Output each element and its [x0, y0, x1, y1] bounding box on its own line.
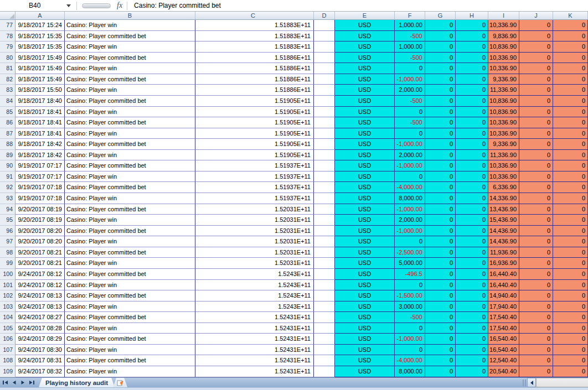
cell-zero-j[interactable]: 0: [519, 204, 553, 215]
cell-zero-h[interactable]: 0: [456, 215, 488, 226]
cell-currency[interactable]: USD: [335, 182, 395, 193]
cell-blank[interactable]: [314, 258, 335, 269]
cell-currency[interactable]: USD: [335, 290, 395, 301]
cell-blank[interactable]: [314, 31, 335, 42]
cell-blank[interactable]: [314, 63, 335, 74]
insert-worksheet-tab[interactable]: [113, 378, 127, 387]
cell-currency[interactable]: USD: [335, 355, 395, 366]
row-header[interactable]: 86: [0, 117, 16, 128]
cell-event[interactable]: Casino: Player win: [65, 41, 195, 53]
cell-zero-h[interactable]: 0: [456, 258, 488, 269]
cell-event[interactable]: Casino: Player committed bet: [65, 204, 195, 215]
column-header-I[interactable]: I: [488, 12, 519, 20]
row-header[interactable]: 88: [0, 139, 16, 150]
cell-zero-j[interactable]: 0: [519, 366, 553, 377]
cell-ref[interactable]: 1.51886E+11: [195, 85, 314, 96]
cell-zero-j[interactable]: 0: [519, 63, 553, 74]
cell-zero-g[interactable]: 0: [425, 150, 456, 161]
cell-zero-j[interactable]: 0: [519, 41, 553, 53]
cell-balance[interactable]: 16,540.40: [488, 345, 519, 356]
cell-amount[interactable]: -1,000.00: [395, 139, 425, 150]
cell-zero-g[interactable]: 0: [425, 290, 456, 301]
cell-zero-j[interactable]: 0: [519, 193, 553, 204]
cell-ref[interactable]: 1.5243E+11: [195, 269, 314, 280]
cell-event[interactable]: Casino: Player win: [65, 323, 195, 334]
sheet-tab-playing-history-audit[interactable]: Playing history audit: [39, 378, 115, 387]
cell-event[interactable]: Casino: Player committed bet: [65, 247, 195, 258]
cell-amount[interactable]: 8,000.00: [395, 366, 425, 377]
cell-blank[interactable]: [314, 96, 335, 107]
cell-balance[interactable]: 10,836.90: [488, 107, 519, 118]
cell-zero-g[interactable]: 0: [425, 139, 456, 150]
cell-date[interactable]: 9/18/2017 15:35: [16, 41, 65, 53]
cell-zero-g[interactable]: 0: [425, 171, 456, 183]
row-header[interactable]: 85: [0, 107, 16, 118]
cell-zero-g[interactable]: 0: [425, 247, 456, 258]
cell-event[interactable]: Casino: Player win: [65, 193, 195, 204]
cell-zero-j[interactable]: 0: [519, 96, 553, 107]
cell-event[interactable]: Casino: Player win: [65, 301, 195, 313]
cell-currency[interactable]: USD: [335, 117, 395, 128]
cell-amount[interactable]: -1,000.00: [395, 160, 425, 171]
cell-amount[interactable]: -4,000.00: [395, 355, 425, 366]
cell-amount[interactable]: -500: [395, 96, 425, 107]
cell-blank[interactable]: [314, 366, 335, 377]
cell-amount[interactable]: 8,000.00: [395, 193, 425, 204]
cell-zero-j[interactable]: 0: [519, 269, 553, 280]
cell-blank[interactable]: [314, 150, 335, 161]
column-header-A[interactable]: A: [16, 12, 65, 20]
cell-zero-k[interactable]: 0: [553, 258, 588, 269]
cell-zero-j[interactable]: 0: [519, 150, 553, 161]
cell-ref[interactable]: 1.51937E+11: [195, 160, 314, 171]
cell-blank[interactable]: [314, 204, 335, 215]
cell-date[interactable]: 9/18/2017 15:49: [16, 74, 65, 85]
cell-zero-k[interactable]: 0: [553, 312, 588, 323]
cell-date[interactable]: 9/24/2017 08:28: [16, 323, 65, 334]
row-header[interactable]: 87: [0, 128, 16, 139]
cell-ref[interactable]: 1.51937E+11: [195, 182, 314, 193]
cell-zero-h[interactable]: 0: [456, 334, 488, 345]
cell-ref[interactable]: 1.52431E+11: [195, 323, 314, 334]
cell-ref[interactable]: 1.52031E+11: [195, 204, 314, 215]
cell-date[interactable]: 9/19/2017 07:17: [16, 171, 65, 183]
cell-ref[interactable]: 1.51905E+11: [195, 96, 314, 107]
cell-currency[interactable]: USD: [335, 204, 395, 215]
cell-zero-g[interactable]: 0: [425, 258, 456, 269]
cell-zero-g[interactable]: 0: [425, 269, 456, 280]
cell-currency[interactable]: USD: [335, 323, 395, 334]
cell-zero-j[interactable]: 0: [519, 226, 553, 237]
cell-zero-j[interactable]: 0: [519, 236, 553, 247]
cell-event[interactable]: Casino: Player committed bet: [65, 139, 195, 150]
cell-date[interactable]: 9/20/2017 08:19: [16, 204, 65, 215]
cell-date[interactable]: 9/24/2017 08:13: [16, 301, 65, 313]
cell-ref[interactable]: 1.51883E+11: [195, 20, 314, 31]
cell-balance[interactable]: 10,336.90: [488, 128, 519, 139]
cell-zero-g[interactable]: 0: [425, 53, 456, 64]
cell-date[interactable]: 9/18/2017 18:42: [16, 139, 65, 150]
cell-zero-h[interactable]: 0: [456, 74, 488, 85]
cell-ref[interactable]: 1.52431E+11: [195, 334, 314, 345]
row-header[interactable]: 96: [0, 226, 16, 237]
cell-zero-k[interactable]: 0: [553, 31, 588, 42]
column-header-H[interactable]: H: [456, 12, 488, 20]
row-header[interactable]: 82: [0, 74, 16, 85]
cell-currency[interactable]: USD: [335, 96, 395, 107]
cell-event[interactable]: Casino: Player committed bet: [65, 355, 195, 366]
row-header[interactable]: 89: [0, 150, 16, 161]
cell-amount[interactable]: -1,000.00: [395, 74, 425, 85]
cell-blank[interactable]: [314, 269, 335, 280]
cell-amount[interactable]: 2,000.00: [395, 215, 425, 226]
cell-zero-h[interactable]: 0: [456, 107, 488, 118]
row-header[interactable]: 106: [0, 334, 16, 345]
cell-zero-k[interactable]: 0: [553, 193, 588, 204]
cell-zero-j[interactable]: 0: [519, 20, 553, 31]
cell-zero-h[interactable]: 0: [456, 355, 488, 366]
cell-zero-j[interactable]: 0: [519, 74, 553, 85]
cell-zero-h[interactable]: 0: [456, 312, 488, 323]
cell-zero-k[interactable]: 0: [553, 182, 588, 193]
cell-balance[interactable]: 10,836.90: [488, 96, 519, 107]
cell-balance[interactable]: 10,336.90: [488, 160, 519, 171]
cell-event[interactable]: Casino: Player win: [65, 150, 195, 161]
cell-zero-g[interactable]: 0: [425, 312, 456, 323]
cell-blank[interactable]: [314, 128, 335, 139]
